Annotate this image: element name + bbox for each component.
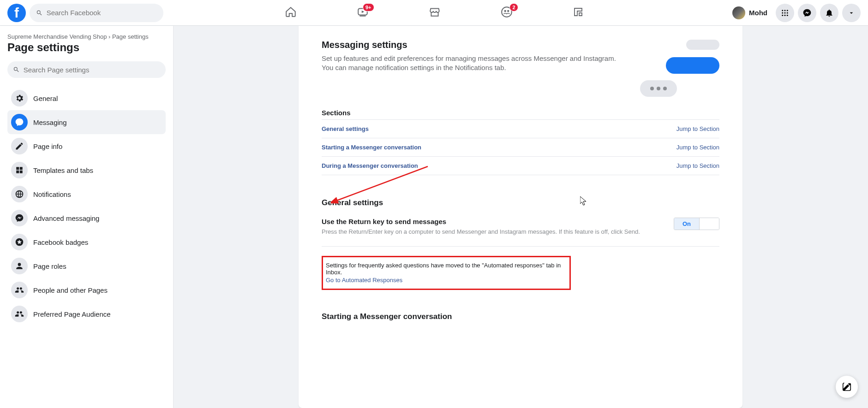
general-settings-heading: General settings [322, 198, 719, 207]
svg-point-2 [504, 10, 506, 12]
sidebar: Supreme Merchandise Vending Shop › Page … [0, 26, 173, 408]
messenger-button[interactable] [798, 4, 816, 22]
sidebar-item-label: Page roles [33, 262, 66, 270]
nav-watch[interactable]: 9+ [357, 6, 369, 20]
breadcrumb-parent[interactable]: Supreme Merchandise Vending Shop [7, 33, 107, 40]
sidebar-item-label: Facebook badges [33, 238, 88, 246]
compose-fab[interactable] [836, 376, 858, 398]
profile-chip[interactable]: Mohd [730, 5, 772, 21]
star-icon [11, 234, 28, 250]
svg-point-5 [784, 10, 786, 11]
toggle-off[interactable] [700, 218, 719, 230]
top-nav-bar: f 9+ 2 Mohd [0, 0, 868, 26]
groups-badge: 2 [509, 3, 518, 12]
setting-desc: Press the Return/Enter key on a computer… [322, 228, 640, 235]
search-icon [13, 66, 20, 73]
section-link-label[interactable]: During a Messenger conversation [322, 162, 418, 169]
sidebar-item-people[interactable]: People and other Pages [7, 278, 166, 302]
svg-point-6 [787, 10, 788, 11]
svg-point-3 [507, 10, 509, 12]
toggle-on[interactable]: On [674, 218, 700, 230]
settings-card: Messaging settings Set up features and e… [299, 26, 742, 408]
return-key-setting: Use the Return key to send messages Pres… [322, 218, 719, 247]
main-area: Messaging settings Set up features and e… [173, 26, 868, 408]
messenger-adv-icon [11, 210, 28, 226]
messenger-icon [802, 8, 812, 18]
watch-badge: 9+ [363, 3, 374, 12]
sidebar-item-audience[interactable]: Preferred Page Audience [7, 302, 166, 326]
section-link-label[interactable]: Starting a Messenger conversation [322, 144, 421, 151]
svg-rect-15 [16, 171, 19, 173]
section-link-label[interactable]: General settings [322, 125, 369, 132]
pencil-icon [11, 138, 28, 154]
compose-icon [842, 382, 852, 392]
section-link-starting: Starting a Messenger conversation Jump t… [322, 138, 719, 156]
chat-icon [11, 114, 28, 130]
sidebar-item-label: Messaging [33, 118, 67, 126]
sidebar-item-label: People and other Pages [33, 286, 108, 294]
setting-title: Use the Return key to send messages [322, 218, 640, 225]
jump-to-section[interactable]: Jump to Section [676, 125, 719, 132]
svg-point-12 [787, 14, 788, 16]
svg-point-4 [782, 10, 783, 11]
notice-text: Settings for frequently asked questions … [326, 262, 567, 276]
starting-conversation-heading: Starting a Messenger conversation [322, 312, 719, 321]
marketplace-icon [429, 6, 441, 18]
nav-marketplace[interactable] [429, 6, 441, 20]
avatar [732, 6, 745, 19]
audience-icon [11, 306, 28, 322]
center-nav: 9+ 2 [285, 6, 584, 20]
breadcrumb: Supreme Merchandise Vending Shop › Page … [7, 33, 166, 40]
svg-point-11 [784, 14, 786, 16]
grid-small-icon [11, 162, 28, 178]
page-heading: Messaging settings [322, 40, 626, 50]
go-to-automated-responses-link[interactable]: Go to Automated Responses [326, 277, 402, 284]
sidebar-item-label: Notifications [33, 190, 71, 198]
people-icon [11, 282, 28, 298]
on-off-toggle[interactable]: On [674, 218, 719, 230]
chat-illustration [632, 40, 719, 97]
sidebar-item-label: Preferred Page Audience [33, 310, 111, 318]
grid-icon [781, 9, 789, 17]
username: Mohd [749, 9, 767, 17]
gaming-icon [573, 6, 584, 18]
jump-to-section[interactable]: Jump to Section [676, 144, 719, 151]
sidebar-search[interactable] [7, 61, 166, 78]
sidebar-item-label: General [33, 95, 58, 102]
sidebar-item-page-roles[interactable]: Page roles [7, 254, 166, 278]
section-link-general: General settings Jump to Section [322, 119, 719, 138]
home-icon [285, 6, 297, 18]
sections-label: Sections [322, 109, 719, 117]
sidebar-item-advanced-messaging[interactable]: Advanced messaging [7, 206, 166, 230]
nav-gaming[interactable] [573, 6, 584, 19]
facebook-logo[interactable]: f [7, 4, 26, 22]
breadcrumb-current: Page settings [112, 33, 149, 40]
caret-down-icon [848, 9, 855, 17]
menu-button[interactable] [776, 4, 794, 22]
account-dropdown-button[interactable] [842, 4, 861, 22]
bell-icon [825, 8, 834, 18]
sidebar-item-general[interactable]: General [7, 86, 166, 110]
svg-rect-16 [20, 171, 23, 173]
sidebar-item-page-info[interactable]: Page info [7, 134, 166, 158]
right-nav: Mohd [730, 4, 861, 22]
global-search[interactable] [30, 4, 163, 22]
search-input[interactable] [47, 9, 157, 17]
svg-point-9 [787, 12, 788, 13]
sidebar-item-notifications[interactable]: Notifications [7, 182, 166, 206]
gear-icon [11, 90, 28, 106]
svg-point-10 [782, 14, 783, 16]
notifications-button[interactable] [820, 4, 838, 22]
person-icon [11, 258, 28, 274]
sidebar-title: Page settings [7, 41, 166, 54]
jump-to-section[interactable]: Jump to Section [676, 162, 719, 169]
sidebar-search-input[interactable] [24, 66, 160, 74]
sidebar-item-badges[interactable]: Facebook badges [7, 230, 166, 254]
section-link-during: During a Messenger conversation Jump to … [322, 156, 719, 175]
sidebar-item-messaging[interactable]: Messaging [7, 110, 166, 134]
sidebar-item-templates[interactable]: Templates and tabs [7, 158, 166, 182]
nav-groups[interactable]: 2 [501, 6, 513, 20]
svg-point-8 [784, 12, 786, 13]
nav-home[interactable] [285, 6, 297, 20]
search-icon [36, 9, 43, 17]
